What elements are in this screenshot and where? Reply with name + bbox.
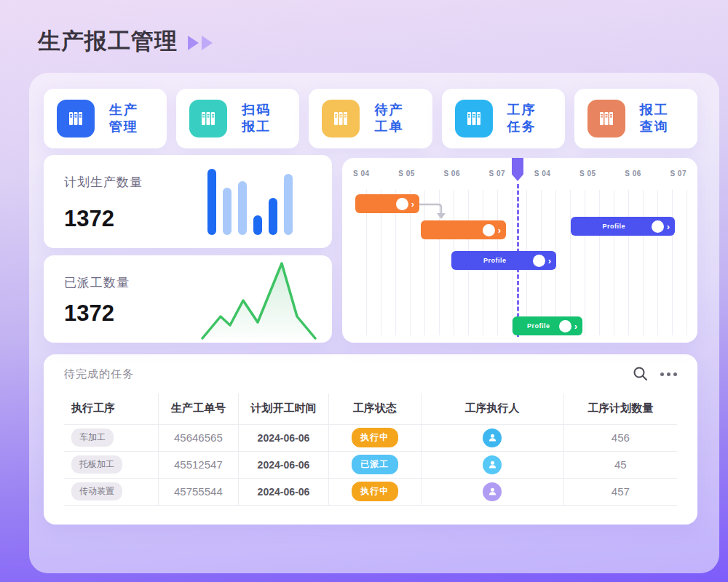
chevron-right-icon: ›: [667, 222, 671, 231]
bar: [207, 169, 216, 235]
tasks-card-header: 待完成的任务: [64, 354, 677, 394]
process-badge: 车加工: [71, 428, 114, 447]
line-chart: [44, 257, 332, 343]
status-badge: 执行中: [352, 428, 398, 447]
status-badge: 已派工: [352, 455, 398, 474]
chevron-right-icon: ›: [574, 322, 579, 331]
stat-card-planned-quantity: 计划生产数量 1372: [44, 155, 332, 248]
gantt-task-label: Profile: [518, 322, 559, 330]
nav-item-label: 待产工单: [374, 102, 403, 136]
column-header: 工序状态: [329, 394, 421, 424]
status-badge: 执行中: [352, 482, 398, 501]
dependency-arrow-icon: [418, 199, 451, 223]
books-icon: [189, 100, 227, 137]
executor-avatar[interactable]: [483, 455, 502, 474]
order-number-cell: 45646565: [159, 424, 238, 451]
order-number-cell: 45755544: [159, 478, 238, 505]
gantt-task-bar[interactable]: Profile›: [571, 217, 675, 236]
task-row[interactable]: 托板加工455125472024-06-06已派工45: [64, 451, 677, 478]
gantt-axis-label: S 06: [625, 170, 641, 178]
order-number-cell: 45512547: [159, 451, 238, 478]
gantt-axis-label: S 07: [489, 170, 506, 178]
column-header: 工序计划数量: [563, 394, 677, 424]
page-header: 生产报工管理: [38, 26, 213, 57]
plan-start-cell: 2024-06-06: [238, 478, 329, 505]
task-row[interactable]: 传动装置457555442024-06-06执行中457: [64, 478, 677, 505]
gantt-axis-label: S 06: [443, 170, 460, 178]
gantt-axis-label: S 04: [353, 170, 370, 178]
books-icon: [455, 100, 493, 137]
books-icon: [322, 100, 360, 137]
nav-item-scan-report[interactable]: 扫码报工: [176, 89, 299, 148]
tasks-title: 待完成的任务: [64, 367, 134, 381]
nav-item-production-management[interactable]: 生产管理: [44, 89, 167, 148]
arrow-right-icon: [188, 36, 199, 50]
plan-quantity-cell: 45: [563, 451, 677, 478]
assignee-dot: [652, 220, 664, 233]
gantt-axis-label: S 04: [534, 170, 551, 178]
chevron-right-icon: ›: [498, 226, 502, 235]
books-icon: [57, 100, 95, 137]
gantt-task-label: Profile: [577, 223, 652, 230]
chevron-right-icon: ›: [548, 256, 553, 266]
assignee-dot: [483, 224, 495, 236]
tasks-toolbar: [633, 366, 677, 382]
tasks-card: 待完成的任务 执行工序生产工单号计划开工时间工序状态工序执行人工序计划数量 车加…: [44, 354, 697, 525]
stat-title: 计划生产数量: [64, 174, 143, 191]
search-icon[interactable]: [633, 366, 649, 382]
gantt-task-bar[interactable]: ›: [355, 194, 419, 213]
nav-item-label: 生产管理: [109, 102, 138, 136]
gantt-task-bar[interactable]: Profile›: [513, 316, 582, 335]
gantt-axis-label: S 07: [670, 170, 687, 178]
plan-quantity-cell: 457: [563, 478, 677, 505]
nav-row: 生产管理扫码报工待产工单工序任务报工查询: [44, 89, 697, 148]
gantt-chart: S 04S 05S 06S 07S 04S 05S 06S 07 ››Profi…: [342, 158, 697, 343]
bar: [238, 181, 247, 235]
assignee-dot: [396, 198, 408, 210]
bar: [253, 215, 262, 235]
nav-item-label: 工序任务: [507, 102, 537, 136]
column-header: 执行工序: [64, 394, 159, 424]
gantt-axis-label: S 05: [398, 170, 415, 178]
nav-item-process-tasks[interactable]: 工序任务: [442, 89, 565, 148]
content-grid: 计划生产数量 1372 已派工数量 1372: [44, 155, 697, 343]
bar: [284, 174, 293, 235]
nav-item-label: 扫码报工: [242, 102, 271, 136]
books-icon: [587, 100, 625, 137]
assignee-dot: [559, 320, 571, 332]
column-header: 工序执行人: [421, 394, 563, 424]
bar-chart: [207, 168, 293, 235]
stats-column: 计划生产数量 1372 已派工数量 1372: [44, 155, 332, 343]
gantt-task-bar[interactable]: ›: [421, 220, 506, 239]
gantt-axis-label: S 05: [579, 170, 596, 178]
plan-start-cell: 2024-06-06: [238, 424, 329, 451]
gantt-task-bar[interactable]: Profile›: [451, 251, 556, 270]
more-icon[interactable]: [660, 372, 677, 376]
arrow-right-icon: [202, 36, 213, 50]
task-row[interactable]: 车加工456465652024-06-06执行中456: [64, 424, 677, 451]
process-badge: 传动装置: [71, 482, 122, 501]
table-header-row: 执行工序生产工单号计划开工时间工序状态工序执行人工序计划数量: [64, 394, 677, 424]
double-arrow-icon: [188, 36, 213, 50]
main-panel: 生产管理扫码报工待产工单工序任务报工查询 计划生产数量 1372 已派工数量 1…: [29, 73, 719, 573]
assignee-dot: [533, 255, 545, 267]
chevron-right-icon: ›: [411, 199, 416, 209]
stat-value: 1372: [64, 206, 114, 232]
column-header: 生产工单号: [159, 394, 238, 424]
plan-start-cell: 2024-06-06: [238, 451, 329, 478]
nav-item-label: 报工查询: [640, 102, 669, 136]
nav-item-pending-work-orders[interactable]: 待产工单: [309, 89, 432, 148]
executor-avatar[interactable]: [483, 482, 502, 501]
column-header: 计划开工时间: [238, 394, 329, 424]
stat-card-dispatched-quantity: 已派工数量 1372: [44, 255, 332, 343]
gantt-task-label: Profile: [457, 257, 533, 264]
tasks-table: 执行工序生产工单号计划开工时间工序状态工序执行人工序计划数量 车加工456465…: [64, 394, 677, 506]
bar: [269, 198, 277, 235]
today-marker-pin[interactable]: [512, 158, 523, 181]
nav-item-report-query[interactable]: 报工查询: [574, 89, 697, 148]
executor-avatar[interactable]: [483, 428, 502, 447]
bar: [223, 188, 232, 235]
process-badge: 托板加工: [71, 455, 122, 474]
page-title: 生产报工管理: [38, 26, 178, 57]
plan-quantity-cell: 456: [563, 424, 677, 451]
